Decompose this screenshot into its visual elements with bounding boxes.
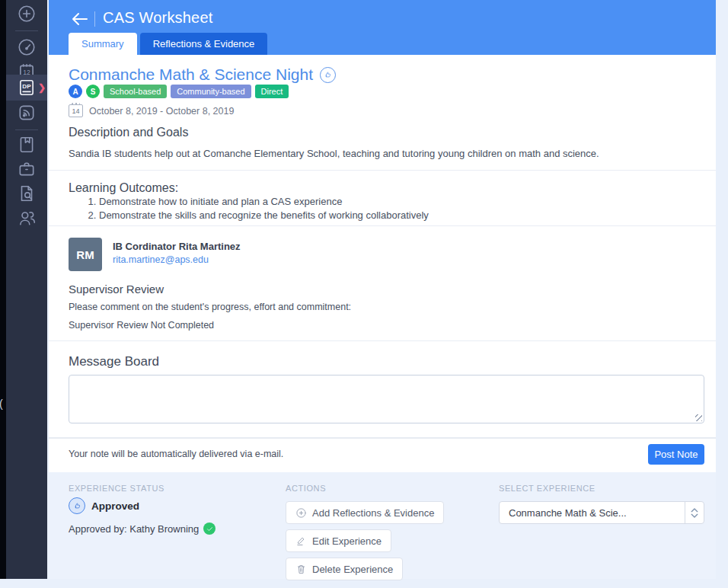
sidebar-item-file-search[interactable] — [16, 183, 37, 204]
button-label: Delete Experience — [312, 564, 393, 575]
add-reflections-evidence-button[interactable]: Add Reflections & Evidence — [286, 501, 444, 524]
description-text: Sandia IB students help out at Comanche … — [69, 148, 696, 159]
outcome-item: Demonstrate the skills and recognize the… — [99, 209, 429, 222]
back-arrow-icon — [70, 10, 90, 28]
app-sidebar: 12 DP ❯ — [6, 0, 47, 579]
outcomes-list: Demonstrate how to initiate and plan a C… — [87, 195, 429, 222]
experience-select[interactable]: Conmanche Math & Scie... — [499, 501, 704, 524]
approved-by-row: Approved by: Kathy Browning — [69, 522, 216, 535]
section-divider — [49, 225, 716, 226]
briefcase-icon — [17, 159, 37, 179]
sidebar-item-add[interactable] — [16, 3, 37, 24]
tab-reflections-evidence[interactable]: Reflections & Evidence — [140, 33, 268, 55]
badge-row: A S School-based Community-based Direct — [69, 85, 289, 98]
rss-icon — [17, 103, 37, 123]
activity-badge: A — [69, 85, 82, 98]
supervisor-review-prompt: Please comment on the student's progress… — [69, 302, 351, 312]
gauge-icon — [17, 37, 37, 57]
back-button[interactable] — [70, 10, 90, 28]
description-heading: Description and Goals — [69, 126, 188, 139]
outcome-item: Demonstrate how to initiate and plan a C… — [99, 195, 429, 209]
message-board-input[interactable] — [69, 375, 704, 423]
cas-worksheet-page: ( 12 DP — [0, 0, 728, 588]
sidebar-item-portfolio[interactable] — [16, 134, 37, 155]
status-badge: Approved — [69, 497, 139, 514]
svg-text:DP: DP — [22, 83, 31, 90]
supervisor-avatar: RM — [69, 238, 102, 271]
tab-bar: Summary Reflections & Evidence — [69, 33, 267, 55]
trash-icon — [295, 564, 307, 575]
status-value: Approved — [91, 500, 139, 512]
date-range: October 8, 2019 - October 8, 2019 — [89, 106, 234, 117]
experience-title[interactable]: Conmanche Math & Science Night — [69, 66, 313, 84]
sidebar-item-dp-program[interactable]: DP ❯ — [6, 75, 47, 101]
actions-label: ACTIONS — [286, 484, 326, 493]
community-based-badge: Community-based — [171, 85, 251, 98]
tab-summary[interactable]: Summary — [69, 33, 137, 55]
dp-book-icon: DP — [16, 77, 37, 98]
page-header: CAS Worksheet Summary Reflections & Evid… — [49, 0, 716, 55]
approved-thumb-icon — [320, 67, 336, 83]
verified-check-icon — [203, 522, 216, 535]
experience-title-row: Conmanche Math & Science Night — [69, 66, 336, 84]
school-based-badge: School-based — [104, 85, 167, 98]
sidebar-item-news-feed[interactable] — [16, 102, 37, 123]
plus-circle-icon — [295, 507, 307, 519]
users-icon — [17, 208, 37, 228]
active-chevron-icon: ❯ — [38, 82, 46, 93]
sidebar-item-dashboard[interactable] — [16, 37, 37, 58]
post-note-button[interactable]: Post Note — [648, 444, 704, 465]
sidebar-divider — [15, 30, 38, 31]
message-board-heading: Message Board — [69, 354, 159, 369]
delete-experience-button[interactable]: Delete Experience — [286, 558, 403, 580]
sidebar-item-briefcase[interactable] — [16, 158, 37, 180]
note-bar-divider — [49, 437, 716, 439]
outcomes-heading: Learning Outcomes: — [69, 181, 178, 195]
direct-badge: Direct — [255, 85, 289, 98]
header-divider — [94, 11, 95, 27]
spinner-chevrons-icon[interactable] — [685, 502, 704, 523]
file-search-icon — [17, 184, 37, 203]
supervisor-name: IB Cordinator Rita Martinez — [113, 241, 241, 252]
message-board-field-wrap — [69, 375, 704, 423]
resize-grip-icon[interactable] — [695, 414, 702, 421]
plus-circle-icon — [17, 4, 37, 24]
sidebar-item-members[interactable] — [16, 207, 37, 228]
thumbs-up-icon — [69, 497, 85, 514]
supervisor-review-heading: Supervisor Review — [69, 283, 164, 296]
left-edge-strip — [0, 0, 6, 579]
edit-experience-button[interactable]: Edit Experience — [286, 529, 391, 552]
calendar-mini-icon: 14 — [69, 104, 83, 117]
page-title: CAS Worksheet — [103, 9, 213, 27]
supervisor-review-status: Supervisor Review Not Completed — [69, 320, 214, 331]
bookmark-book-icon — [17, 135, 37, 155]
service-badge: S — [86, 85, 100, 98]
select-experience-label: SELECT EXPERIENCE — [499, 484, 595, 493]
experience-status-label: EXPERIENCE STATUS — [69, 484, 164, 493]
experience-footer: EXPERIENCE STATUS ACTIONS SELECT EXPERIE… — [49, 472, 716, 579]
button-label: Edit Experience — [312, 535, 382, 547]
main-content: CAS Worksheet Summary Reflections & Evid… — [49, 0, 716, 579]
section-divider — [49, 340, 716, 341]
panel-collapse-handle[interactable]: ( — [0, 398, 3, 410]
email-delivery-note: Your note will be automatically delivere… — [69, 449, 283, 459]
date-row: 14 October 8, 2019 - October 8, 2019 — [69, 104, 234, 117]
selected-experience: Conmanche Math & Scie... — [500, 507, 685, 519]
supervisor-email-link[interactable]: rita.martinez@aps.edu — [113, 254, 209, 265]
approved-by-text: Approved by: Kathy Browning — [69, 523, 199, 535]
button-label: Add Reflections & Evidence — [312, 507, 434, 519]
pencil-icon — [295, 535, 307, 547]
section-divider — [49, 170, 716, 171]
sidebar-divider — [15, 129, 38, 130]
